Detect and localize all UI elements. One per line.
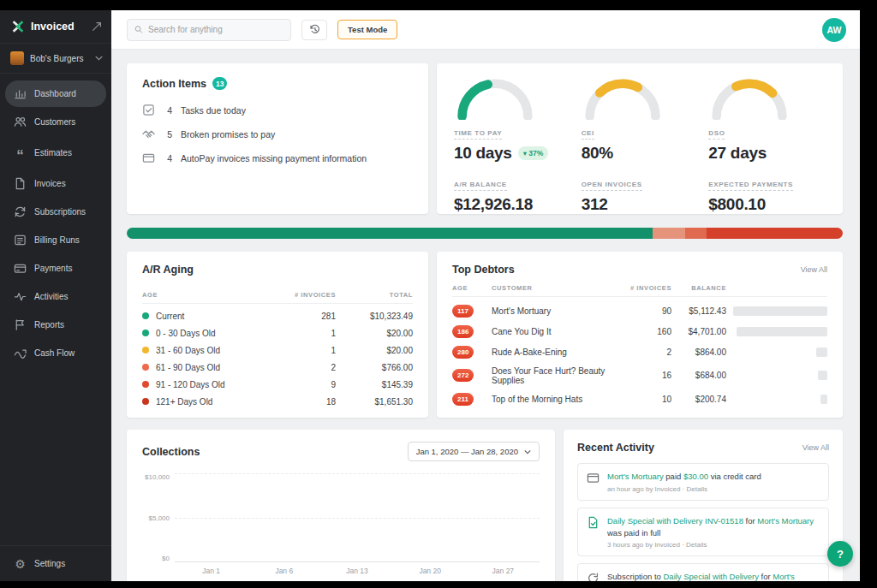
status-dot [142, 398, 149, 405]
ar-aging-bar [127, 228, 843, 239]
customers-icon [14, 116, 27, 128]
invoiced-logo-icon [10, 19, 26, 34]
date-range-select[interactable]: Jan 1, 2020 — Jan 28, 2020 [408, 442, 540, 461]
sidebar-item-dashboard[interactable]: Dashboard [5, 80, 106, 107]
cei-gauge [582, 75, 664, 120]
status-dot [142, 312, 149, 319]
debtors-table-header: AGE CUSTOMER # INVOICES BALANCE [452, 284, 827, 297]
time-to-pay-gauge [454, 75, 536, 120]
sidebar-item-subscriptions[interactable]: Subscriptions [5, 199, 106, 225]
table-row[interactable]: 91 - 120 Days Old 9 $145.39 [142, 376, 413, 393]
collections-card: Collections Jan 1, 2020 — Jan 28, 2020 $… [127, 430, 555, 581]
table-row[interactable]: 186 Cane You Dig It 160 $4,701.00 [452, 321, 827, 342]
age-badge: 272 [452, 369, 474, 382]
customer-link[interactable]: Mort's Mortuary [757, 516, 814, 526]
action-item-autopay[interactable]: 4 AutoPay invoices missing payment infor… [142, 151, 413, 164]
cei-label[interactable]: CEI [582, 129, 594, 140]
sidebar-item-reports[interactable]: Reports [5, 312, 106, 338]
activity-item[interactable]: Mort's Mortuary paid $30.00 via credit c… [577, 463, 829, 501]
org-avatar [10, 51, 24, 65]
subscription-link[interactable]: Daily Special with Delivery [663, 572, 758, 581]
metric-time-to-pay: TIME TO PAY 10 days ▾ 37% [454, 75, 571, 163]
collapse-sidebar-icon[interactable] [91, 21, 103, 33]
sidebar-nav: Dashboard Customers “ Estimates Invoices… [0, 74, 111, 545]
balance-bar [816, 347, 827, 357]
activities-icon [14, 290, 27, 303]
status-dot [142, 347, 149, 353]
invoice-paid-icon [587, 516, 600, 529]
collections-chart-bars [175, 473, 540, 561]
payments-icon [14, 262, 27, 275]
sidebar-item-billing-runs[interactable]: Billing Runs [5, 227, 106, 253]
status-dot [142, 381, 149, 388]
reports-icon [14, 318, 27, 331]
aging-table-header: AGE # INVOICES TOTAL [142, 291, 413, 304]
dashboard-content: Action Items 13 4 Tasks due today 5 Brok… [111, 50, 860, 581]
top-debtors-title: Top Debtors [452, 264, 515, 276]
ar-aging-title: A/R Aging [142, 264, 194, 276]
table-row[interactable]: 117 Mort's Mortuary 90 $5,112.43 [452, 300, 827, 321]
action-item-tasks[interactable]: 4 Tasks due today [142, 104, 413, 116]
activity-meta[interactable]: 3 hours ago by Invoiced · Details [607, 541, 820, 549]
dso-label[interactable]: DSO [708, 129, 725, 140]
search-input[interactable] [148, 25, 283, 34]
metric-ar-balance: A/R BALANCE $12,926.18 [454, 175, 571, 214]
status-dot [142, 330, 149, 336]
x-tick-label: Jan 13 [338, 567, 376, 575]
help-button[interactable]: ? [827, 541, 853, 567]
expected-payments-value: $800.10 [708, 195, 766, 213]
activity-item[interactable]: Daily Special with Delivery INV-01518 fo… [577, 508, 829, 557]
estimates-icon: “ [14, 149, 27, 162]
action-items-card: Action Items 13 4 Tasks due today 5 Brok… [127, 63, 428, 214]
chevron-down-icon [95, 56, 103, 61]
sidebar-item-activities[interactable]: Activities [5, 283, 106, 310]
action-items-count-badge: 13 [212, 77, 227, 90]
table-row[interactable]: 272 Does Your Face Hurt? Beauty Supplies… [452, 362, 827, 389]
status-dot [142, 364, 149, 371]
sidebar-item-customers[interactable]: Customers [5, 109, 106, 135]
sidebar-item-settings[interactable]: ⚙ Settings [0, 545, 111, 581]
invoices-icon [14, 177, 27, 190]
table-row[interactable]: 0 - 30 Days Old 1 $20.00 [142, 324, 413, 342]
billing-runs-icon [14, 234, 27, 246]
balance-bar [820, 395, 827, 404]
test-mode-badge[interactable]: Test Mode [337, 20, 397, 39]
time-to-pay-label[interactable]: TIME TO PAY [454, 129, 502, 140]
age-badge: 280 [452, 346, 474, 359]
age-badge: 117 [452, 305, 474, 318]
recent-activity-view-all-link[interactable]: View All [802, 443, 829, 452]
table-row[interactable]: 121+ Days Old 18 $1,651.30 [142, 393, 413, 410]
metric-dso: DSO 27 days [708, 75, 826, 163]
metric-open-invoices: OPEN INVOICES 312 [582, 175, 699, 214]
top-debtors-view-all-link[interactable]: View All [801, 265, 827, 274]
age-badge: 186 [452, 325, 474, 338]
sidebar-item-invoices[interactable]: Invoices [5, 170, 106, 197]
table-row[interactable]: 61 - 90 Days Old 2 $766.00 [142, 359, 413, 376]
subscriptions-icon [14, 205, 27, 218]
checklist-icon [142, 104, 155, 116]
dso-value: 27 days [708, 144, 767, 163]
org-switcher[interactable]: Bob's Burgers [0, 43, 111, 74]
org-name: Bob's Burgers [30, 54, 89, 63]
metrics-card: TIME TO PAY 10 days ▾ 37% CEI [437, 63, 843, 214]
sidebar-item-payments[interactable]: Payments [5, 255, 106, 282]
table-row[interactable]: 280 Rude A-Bake-Ening 2 $864.00 [452, 342, 827, 362]
table-row[interactable]: Current 281 $10,323.49 [142, 307, 413, 324]
collections-chart: $10,000 $5,000 $0 [142, 473, 540, 562]
invoice-link[interactable]: Daily Special with Delivery INV-01518 [607, 516, 743, 526]
activity-meta[interactable]: an hour ago by Invoiced · Details [607, 485, 761, 493]
chart-y-axis: $10,000 $5,000 $0 [142, 473, 175, 562]
history-button[interactable] [301, 20, 327, 40]
user-avatar[interactable]: AW [822, 18, 846, 42]
table-row[interactable]: 31 - 60 Days Old 1 $20.00 [142, 342, 413, 359]
table-row[interactable]: 211 Top of the Morning Hats 10 $200.74 [452, 389, 827, 409]
sidebar-item-cash-flow[interactable]: Cash Flow [5, 340, 106, 366]
collections-title: Collections [142, 446, 200, 458]
sidebar: Invoiced Bob's Burgers Dashboard Custome… [0, 10, 111, 581]
amount-link[interactable]: $30.00 [683, 472, 708, 481]
ar-bar-segment [127, 228, 653, 239]
customer-link[interactable]: Mort's Mortuary [607, 472, 664, 481]
activity-item[interactable]: Subscription to Daily Special with Deliv… [577, 563, 829, 581]
sidebar-item-estimates[interactable]: “ Estimates [5, 137, 106, 169]
action-item-promises[interactable]: 5 Broken promises to pay [142, 128, 413, 140]
